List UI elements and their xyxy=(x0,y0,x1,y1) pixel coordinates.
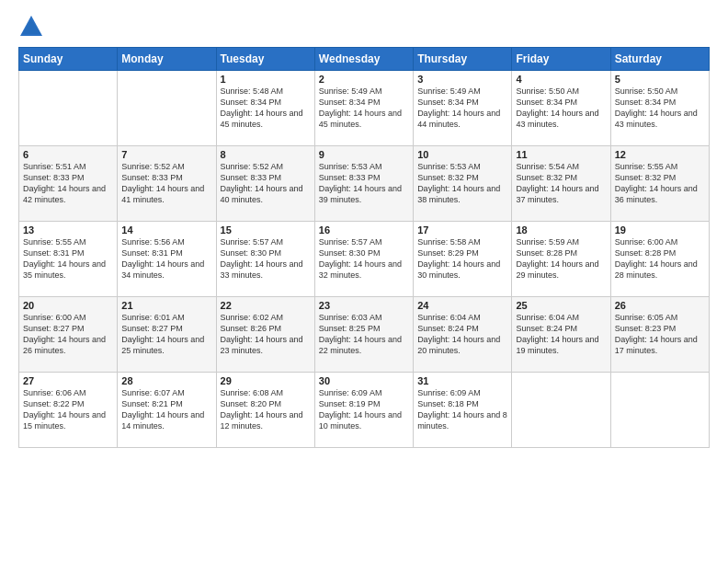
calendar-table: SundayMondayTuesdayWednesdayThursdayFrid… xyxy=(18,47,710,448)
day-number: 7 xyxy=(121,149,211,160)
day-number: 17 xyxy=(417,224,507,236)
day-number: 19 xyxy=(615,224,705,236)
calendar-cell: 22Sunrise: 6:02 AM Sunset: 8:26 PM Dayli… xyxy=(216,297,314,373)
weekday-header-monday: Monday xyxy=(118,48,216,71)
cell-details: Sunrise: 5:49 AM Sunset: 8:34 PM Dayligh… xyxy=(319,86,409,131)
cell-details: Sunrise: 5:57 AM Sunset: 8:30 PM Dayligh… xyxy=(319,236,409,282)
cell-details: Sunrise: 5:57 AM Sunset: 8:30 PM Dayligh… xyxy=(221,236,311,282)
day-number: 25 xyxy=(516,300,606,311)
day-number: 5 xyxy=(615,74,705,85)
cell-details: Sunrise: 5:51 AM Sunset: 8:33 PM Dayligh… xyxy=(23,161,113,206)
cell-details: Sunrise: 6:05 AM Sunset: 8:23 PM Dayligh… xyxy=(615,312,705,357)
cell-details: Sunrise: 6:03 AM Sunset: 8:25 PM Dayligh… xyxy=(319,312,409,357)
weekday-header-row: SundayMondayTuesdayWednesdayThursdayFrid… xyxy=(19,48,710,71)
cell-details: Sunrise: 5:50 AM Sunset: 8:34 PM Dayligh… xyxy=(516,86,606,131)
week-row-3: 13Sunrise: 5:55 AM Sunset: 8:31 PM Dayli… xyxy=(19,222,710,297)
cell-details: Sunrise: 5:55 AM Sunset: 8:32 PM Dayligh… xyxy=(615,161,705,206)
calendar-cell: 19Sunrise: 6:00 AM Sunset: 8:28 PM Dayli… xyxy=(610,222,709,297)
cell-details: Sunrise: 5:56 AM Sunset: 8:31 PM Dayligh… xyxy=(121,236,211,282)
calendar-cell: 18Sunrise: 5:59 AM Sunset: 8:28 PM Dayli… xyxy=(512,222,610,297)
logo-icon xyxy=(18,14,44,40)
day-number: 30 xyxy=(319,375,409,386)
calendar-cell: 15Sunrise: 5:57 AM Sunset: 8:30 PM Dayli… xyxy=(216,222,314,297)
day-number: 24 xyxy=(417,300,507,311)
weekday-header-tuesday: Tuesday xyxy=(216,48,314,71)
cell-details: Sunrise: 6:00 AM Sunset: 8:27 PM Dayligh… xyxy=(23,312,113,357)
weekday-header-sunday: Sunday xyxy=(19,48,118,71)
day-number: 21 xyxy=(121,300,211,311)
calendar-cell xyxy=(512,373,610,448)
cell-details: Sunrise: 6:04 AM Sunset: 8:24 PM Dayligh… xyxy=(417,312,507,357)
day-number: 3 xyxy=(417,74,507,85)
cell-details: Sunrise: 5:55 AM Sunset: 8:31 PM Dayligh… xyxy=(23,236,113,282)
cell-details: Sunrise: 6:08 AM Sunset: 8:20 PM Dayligh… xyxy=(221,387,311,432)
header xyxy=(18,14,710,40)
cell-details: Sunrise: 5:59 AM Sunset: 8:28 PM Dayligh… xyxy=(516,236,606,282)
calendar-cell: 30Sunrise: 6:09 AM Sunset: 8:19 PM Dayli… xyxy=(314,373,413,448)
cell-details: Sunrise: 5:48 AM Sunset: 8:34 PM Dayligh… xyxy=(221,86,311,131)
cell-details: Sunrise: 5:50 AM Sunset: 8:34 PM Dayligh… xyxy=(615,86,705,131)
cell-details: Sunrise: 6:01 AM Sunset: 8:27 PM Dayligh… xyxy=(121,312,211,357)
day-number: 27 xyxy=(23,375,113,386)
calendar-cell: 26Sunrise: 6:05 AM Sunset: 8:23 PM Dayli… xyxy=(610,297,709,373)
day-number: 31 xyxy=(417,375,507,386)
week-row-2: 6Sunrise: 5:51 AM Sunset: 8:33 PM Daylig… xyxy=(19,146,710,222)
day-number: 13 xyxy=(23,224,113,236)
calendar-cell: 6Sunrise: 5:51 AM Sunset: 8:33 PM Daylig… xyxy=(19,146,118,222)
calendar-cell: 13Sunrise: 5:55 AM Sunset: 8:31 PM Dayli… xyxy=(19,222,118,297)
day-number: 26 xyxy=(615,300,705,311)
day-number: 2 xyxy=(319,74,409,85)
calendar-cell: 9Sunrise: 5:53 AM Sunset: 8:33 PM Daylig… xyxy=(314,146,413,222)
calendar-cell: 10Sunrise: 5:53 AM Sunset: 8:32 PM Dayli… xyxy=(414,146,512,222)
calendar-cell: 8Sunrise: 5:52 AM Sunset: 8:33 PM Daylig… xyxy=(216,146,314,222)
calendar-cell: 11Sunrise: 5:54 AM Sunset: 8:32 PM Dayli… xyxy=(512,146,610,222)
day-number: 16 xyxy=(319,224,409,236)
cell-details: Sunrise: 6:09 AM Sunset: 8:18 PM Dayligh… xyxy=(417,387,507,432)
page: SundayMondayTuesdayWednesdayThursdayFrid… xyxy=(0,0,728,563)
calendar-cell: 2Sunrise: 5:49 AM Sunset: 8:34 PM Daylig… xyxy=(314,71,413,146)
day-number: 29 xyxy=(221,375,311,386)
calendar-cell xyxy=(118,71,216,146)
day-number: 1 xyxy=(221,74,311,85)
cell-details: Sunrise: 5:49 AM Sunset: 8:34 PM Dayligh… xyxy=(417,86,507,131)
day-number: 20 xyxy=(23,300,113,311)
calendar-cell xyxy=(610,373,709,448)
cell-details: Sunrise: 6:06 AM Sunset: 8:22 PM Dayligh… xyxy=(23,387,113,432)
cell-details: Sunrise: 5:52 AM Sunset: 8:33 PM Dayligh… xyxy=(221,161,311,206)
calendar-cell: 23Sunrise: 6:03 AM Sunset: 8:25 PM Dayli… xyxy=(314,297,413,373)
calendar-cell: 31Sunrise: 6:09 AM Sunset: 8:18 PM Dayli… xyxy=(414,373,512,448)
calendar-cell: 4Sunrise: 5:50 AM Sunset: 8:34 PM Daylig… xyxy=(512,71,610,146)
cell-details: Sunrise: 5:54 AM Sunset: 8:32 PM Dayligh… xyxy=(516,161,606,206)
cell-details: Sunrise: 6:07 AM Sunset: 8:21 PM Dayligh… xyxy=(121,387,211,432)
weekday-header-friday: Friday xyxy=(512,48,610,71)
cell-details: Sunrise: 6:00 AM Sunset: 8:28 PM Dayligh… xyxy=(615,236,705,282)
day-number: 22 xyxy=(221,300,311,311)
calendar-cell: 25Sunrise: 6:04 AM Sunset: 8:24 PM Dayli… xyxy=(512,297,610,373)
cell-details: Sunrise: 5:52 AM Sunset: 8:33 PM Dayligh… xyxy=(121,161,211,206)
calendar-cell: 24Sunrise: 6:04 AM Sunset: 8:24 PM Dayli… xyxy=(414,297,512,373)
cell-details: Sunrise: 5:53 AM Sunset: 8:33 PM Dayligh… xyxy=(319,161,409,206)
calendar-cell: 5Sunrise: 5:50 AM Sunset: 8:34 PM Daylig… xyxy=(610,71,709,146)
calendar-cell: 29Sunrise: 6:08 AM Sunset: 8:20 PM Dayli… xyxy=(216,373,314,448)
cell-details: Sunrise: 6:09 AM Sunset: 8:19 PM Dayligh… xyxy=(319,387,409,432)
logo xyxy=(18,14,48,40)
calendar-cell: 27Sunrise: 6:06 AM Sunset: 8:22 PM Dayli… xyxy=(19,373,118,448)
day-number: 6 xyxy=(23,149,113,160)
day-number: 4 xyxy=(516,74,606,85)
calendar-cell: 17Sunrise: 5:58 AM Sunset: 8:29 PM Dayli… xyxy=(414,222,512,297)
calendar-cell: 14Sunrise: 5:56 AM Sunset: 8:31 PM Dayli… xyxy=(118,222,216,297)
day-number: 9 xyxy=(319,149,409,160)
calendar-cell: 21Sunrise: 6:01 AM Sunset: 8:27 PM Dayli… xyxy=(118,297,216,373)
weekday-header-thursday: Thursday xyxy=(414,48,512,71)
day-number: 10 xyxy=(417,149,507,160)
cell-details: Sunrise: 5:53 AM Sunset: 8:32 PM Dayligh… xyxy=(417,161,507,206)
day-number: 14 xyxy=(121,224,211,236)
week-row-4: 20Sunrise: 6:00 AM Sunset: 8:27 PM Dayli… xyxy=(19,297,710,373)
week-row-1: 1Sunrise: 5:48 AM Sunset: 8:34 PM Daylig… xyxy=(19,71,710,146)
calendar-cell: 12Sunrise: 5:55 AM Sunset: 8:32 PM Dayli… xyxy=(610,146,709,222)
svg-marker-1 xyxy=(22,19,40,34)
day-number: 15 xyxy=(221,224,311,236)
day-number: 23 xyxy=(319,300,409,311)
weekday-header-wednesday: Wednesday xyxy=(314,48,413,71)
cell-details: Sunrise: 6:04 AM Sunset: 8:24 PM Dayligh… xyxy=(516,312,606,357)
